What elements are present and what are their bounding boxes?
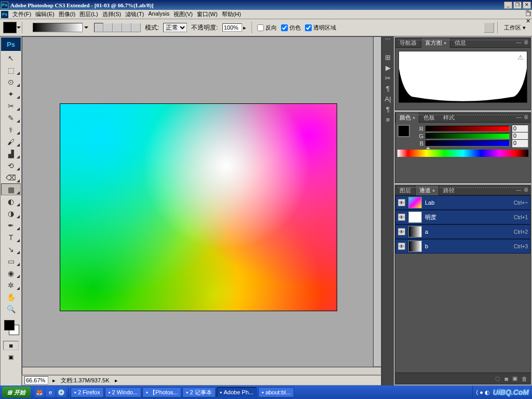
dock-icon-3[interactable]: ¶ xyxy=(383,83,393,94)
gradient-reflected-button[interactable] xyxy=(122,23,131,32)
move-tool[interactable]: ↖ xyxy=(1,52,21,64)
gradient-tool[interactable]: ▦ xyxy=(1,183,21,195)
zoom-tool[interactable]: 🔍 xyxy=(1,303,21,315)
dock-icon-0[interactable]: ⊞ xyxy=(383,52,393,62)
minimize-button[interactable]: _ xyxy=(504,2,512,9)
horizontal-scrollbar[interactable] xyxy=(22,367,381,375)
channel-row-b[interactable]: 👁bCtrl+3 xyxy=(395,239,530,254)
panel-minimize-icon[interactable]: — xyxy=(516,39,522,46)
quicklaunch-disk-icon[interactable]: 💿 xyxy=(57,388,66,397)
visibility-eye-icon[interactable]: 👁 xyxy=(398,228,405,235)
healing-tool[interactable]: ⚕ xyxy=(1,124,21,136)
slice-tool[interactable]: ✎ xyxy=(1,112,21,124)
gradient-angle-button[interactable] xyxy=(113,23,122,32)
shape-tool[interactable]: ▭ xyxy=(1,255,21,267)
opacity-slider-icon[interactable]: ▸ xyxy=(243,24,246,31)
tray-icon[interactable]: ● xyxy=(480,389,483,395)
gradient-linear-button[interactable] xyxy=(94,23,103,32)
panel-minimize-icon[interactable]: — xyxy=(516,187,522,193)
color-ramp[interactable] xyxy=(397,150,528,157)
channel-row-Lab[interactable]: 👁LabCtrl+~ xyxy=(395,195,530,210)
brush-tool[interactable]: 🖌 xyxy=(1,136,21,148)
task-item[interactable]: ▪2 Firefox xyxy=(71,387,104,397)
dock-icon-2[interactable]: ✂ xyxy=(383,73,393,83)
statusbar-popup-icon[interactable]: ▸ xyxy=(113,377,120,384)
notes-tool[interactable]: ◉ xyxy=(1,267,21,279)
visibility-eye-icon[interactable]: 👁 xyxy=(398,199,405,206)
tab-swatches[interactable]: 色板 xyxy=(419,112,439,123)
menu-文件[interactable]: 文件(F) xyxy=(10,9,33,19)
cache-warning-icon[interactable]: ⚠ xyxy=(517,54,524,61)
magic-wand-tool[interactable]: ✦ xyxy=(1,88,21,100)
workspace-menu[interactable]: 工作区 xyxy=(501,23,529,33)
load-selection-icon[interactable]: ◌ xyxy=(495,375,500,382)
dock-icon-6[interactable]: ≡ xyxy=(383,114,393,125)
menu-编辑[interactable]: 编辑(E) xyxy=(33,9,57,19)
quickmask-toggle[interactable]: ◙ xyxy=(3,341,19,350)
tray-icon[interactable]: ◐ xyxy=(485,389,490,396)
dock-icon-1[interactable]: ▶ xyxy=(383,62,393,73)
document-window[interactable] xyxy=(22,36,382,377)
quicklaunch-ie-icon[interactable]: e xyxy=(46,388,55,397)
panel-close-icon[interactable]: ⊗ xyxy=(524,114,528,121)
menu-视图[interactable]: 视图(V) xyxy=(171,9,195,19)
menu-选择[interactable]: 选择(S) xyxy=(100,9,124,19)
opacity-input[interactable]: 100% xyxy=(222,23,242,32)
task-item[interactable]: ▪2 记事本 xyxy=(182,387,215,397)
value-B[interactable]: 0 xyxy=(512,139,528,148)
type-tool[interactable]: T xyxy=(1,231,21,243)
tab-histogram[interactable]: 直方图× xyxy=(421,37,450,48)
menu-Analysis[interactable]: Analysis xyxy=(146,9,171,19)
dock-icon-5[interactable]: ¶ xyxy=(383,104,393,114)
eraser-tool[interactable]: ⌫ xyxy=(1,171,21,183)
eyedropper-tool[interactable]: ✲ xyxy=(1,279,21,291)
panel-close-icon[interactable]: ⊗ xyxy=(524,187,528,193)
path-select-tool[interactable]: ↘ xyxy=(1,243,21,255)
doc-minimize-button[interactable]: _ xyxy=(526,5,531,11)
tray-icon[interactable]: ⟨ xyxy=(476,389,478,396)
slider-R[interactable] xyxy=(425,126,510,132)
dither-checkbox[interactable] xyxy=(281,24,288,31)
stamp-tool[interactable]: ▟ xyxy=(1,148,21,159)
tab-info[interactable]: 信息 xyxy=(450,37,470,48)
task-item[interactable]: ▪2 Windo... xyxy=(105,387,141,397)
lasso-tool[interactable]: ⊙ xyxy=(1,76,21,88)
tab-layers[interactable]: 图层 xyxy=(395,185,415,195)
tab-navigator[interactable]: 导航器 xyxy=(395,37,421,48)
tab-paths[interactable]: 路径 xyxy=(439,185,459,195)
delete-channel-icon[interactable]: 🗑 xyxy=(522,376,527,382)
crop-tool[interactable]: ✂ xyxy=(1,100,21,112)
quicklaunch-firefox-icon[interactable]: 🦊 xyxy=(35,388,44,397)
start-button[interactable]: ⊞ 开始 xyxy=(2,387,31,398)
canvas[interactable] xyxy=(60,103,337,311)
dodge-tool[interactable]: ◑ xyxy=(1,207,21,219)
slider-B[interactable] xyxy=(425,140,510,147)
panel-close-icon[interactable]: ⊗ xyxy=(524,39,528,46)
tab-color[interactable]: 颜色× xyxy=(395,112,419,123)
dock-icon-4[interactable]: A| xyxy=(383,94,393,104)
foreground-color-swatch[interactable] xyxy=(4,320,15,330)
menu-窗口[interactable]: 窗口(W) xyxy=(195,9,220,19)
gradient-diamond-button[interactable] xyxy=(131,23,141,32)
doc-restore-button[interactable]: ❐ xyxy=(526,11,531,18)
transparency-checkbox[interactable] xyxy=(305,24,312,31)
task-item[interactable]: ▪about:bl... xyxy=(258,387,294,397)
blur-tool[interactable]: ◐ xyxy=(1,195,21,207)
task-item[interactable]: ▪【Photos... xyxy=(142,387,181,397)
blend-mode-select[interactable]: 正常 xyxy=(163,23,187,32)
gradient-radial-button[interactable] xyxy=(103,23,113,32)
pen-tool[interactable]: ✒ xyxy=(1,219,21,231)
save-selection-icon[interactable]: ◙ xyxy=(504,376,508,382)
visibility-eye-icon[interactable]: 👁 xyxy=(398,243,405,250)
vertical-scrollbar[interactable] xyxy=(373,36,381,367)
color-swatches[interactable] xyxy=(1,318,21,340)
menu-图层[interactable]: 图层(L) xyxy=(77,9,100,19)
gradient-picker[interactable] xyxy=(33,23,83,32)
slider-G[interactable] xyxy=(425,133,510,139)
statusbar-menu-icon[interactable]: ▸ xyxy=(50,377,58,384)
fg-swatch[interactable] xyxy=(397,125,410,137)
menu-帮助[interactable]: 帮助(H) xyxy=(220,9,243,19)
zoom-input[interactable]: 66.67% xyxy=(24,376,48,384)
maximize-button[interactable]: ❐ xyxy=(513,2,522,9)
marquee-tool[interactable]: ⬚ xyxy=(1,64,21,76)
